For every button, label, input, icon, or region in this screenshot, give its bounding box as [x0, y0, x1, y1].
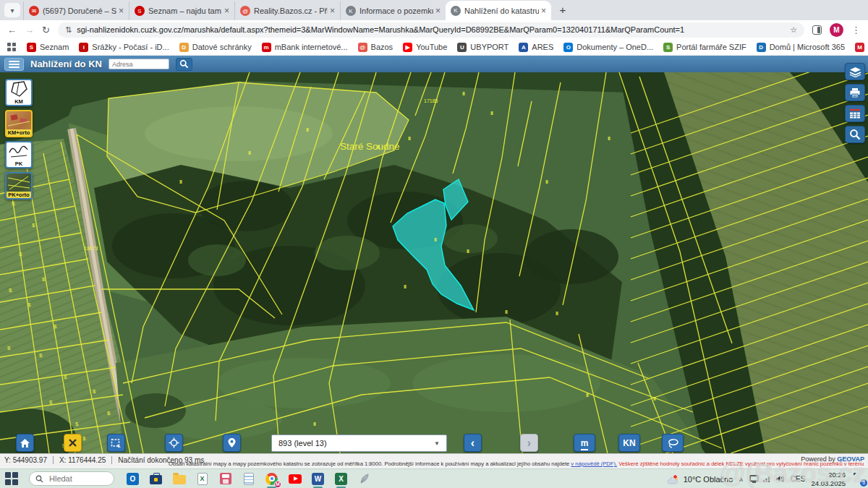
- layers-button[interactable]: [845, 63, 865, 80]
- address-search-input[interactable]: [109, 59, 169, 69]
- tab-nahlizeni-active[interactable]: K Nahlížení do katastru nemovit ×: [446, 1, 551, 20]
- map-viewport[interactable]: Staré Soudné 17185 18673 ‖‖ ‖‖ ‖‖ ‖‖ ‖‖ …: [0, 72, 868, 453]
- bookmark-moneta[interactable]: MMONETA: [850, 43, 868, 52]
- measure-icon: m: [581, 438, 589, 448]
- clear-selection-button[interactable]: [64, 434, 82, 452]
- quill-notes-icon[interactable]: [357, 472, 371, 486]
- close-icon[interactable]: ×: [435, 6, 441, 16]
- history-back-button[interactable]: ‹: [464, 434, 482, 452]
- menu-kebab-icon[interactable]: ⋮: [851, 25, 861, 35]
- url-field[interactable]: ⇅ sgi-nahlizenidokn.cuzk.gov.cz/marushka…: [58, 22, 804, 38]
- side-panel-icon[interactable]: [812, 25, 822, 35]
- taskbar-search[interactable]: [29, 471, 114, 486]
- reload-icon[interactable]: ↻: [42, 25, 50, 35]
- tab-info-pozemek[interactable]: K Informace o pozemku | Nahlíž ×: [340, 1, 446, 20]
- bookmark-ubyport[interactable]: UUBYPORT: [452, 43, 514, 52]
- bookmark-onedrive[interactable]: ODokumenty – OneD...: [558, 43, 658, 52]
- search-icon: [849, 129, 861, 140]
- bookmark-datove-schranky[interactable]: DDatové schránky: [174, 43, 257, 52]
- help-pdf-link[interactable]: v nápovědě (PDF).: [571, 461, 617, 467]
- taskbar-search-input[interactable]: [48, 474, 101, 484]
- close-icon[interactable]: ×: [119, 6, 124, 16]
- word-icon[interactable]: W: [311, 472, 325, 486]
- site-info-icon[interactable]: ⇅: [65, 25, 72, 35]
- zoom-rectangle-button[interactable]: [107, 434, 125, 452]
- bookmark-label: Seznam: [40, 43, 69, 51]
- center-locate-button[interactable]: [165, 434, 183, 452]
- search-button[interactable]: [176, 58, 192, 71]
- start-button[interactable]: [4, 471, 19, 486]
- select-rect-icon: [111, 438, 122, 448]
- bookmark-srazky[interactable]: iSrážky - Počasí - iD...: [74, 43, 174, 52]
- back-icon[interactable]: ←: [7, 25, 17, 35]
- bookmark-ares[interactable]: AARES: [514, 43, 558, 52]
- tab-seznam-email[interactable]: ✉ (5697) Doručené – Seznam Ema ×: [23, 1, 129, 20]
- close-icon[interactable]: ×: [541, 6, 546, 16]
- close-icon[interactable]: ×: [224, 6, 229, 16]
- close-icon[interactable]: ×: [330, 6, 335, 16]
- layer-button-pk[interactable]: PK: [5, 141, 33, 168]
- bookmark-youtube[interactable]: ▶YouTube: [398, 43, 452, 52]
- bookmark-star-icon[interactable]: ☆: [790, 25, 797, 35]
- chevron-left-icon: ‹: [471, 437, 475, 449]
- tab-seznam[interactable]: S Seznam – najdu tam, co nezná ×: [129, 1, 234, 20]
- bookmark-mbank[interactable]: mmBank internetové...: [257, 43, 353, 52]
- svg-text:‖: ‖: [248, 150, 251, 156]
- document-app-icon[interactable]: [242, 472, 255, 486]
- briefcase-app-icon[interactable]: [149, 472, 163, 486]
- keyboard-layout[interactable]: CES: [791, 475, 806, 483]
- new-tab-button[interactable]: +: [554, 1, 571, 18]
- svg-text:$: $: [9, 287, 12, 294]
- svg-text:$: $: [93, 388, 96, 395]
- kn-info-button[interactable]: KN: [618, 434, 640, 452]
- bookmark-seznam[interactable]: SSeznam: [22, 43, 74, 52]
- forward-icon[interactable]: →: [25, 25, 34, 35]
- bookmarks-bar: SSeznam iSrážky - Počasí - iD... DDatové…: [0, 39, 868, 56]
- hamburger-menu-icon[interactable]: [4, 58, 24, 71]
- tab-bazos[interactable]: @ Reality.Bazos.cz - Přidat inzerá ×: [234, 1, 340, 20]
- file-explorer-icon[interactable]: [172, 472, 186, 486]
- zoom-level-select[interactable]: 893 (level 13) ▼: [271, 435, 447, 452]
- favicon: m: [262, 43, 271, 52]
- chrome-icon[interactable]: M: [265, 472, 278, 486]
- lasso-icon: [667, 438, 679, 448]
- parcel-number: 17185: [424, 98, 438, 103]
- weather-widget[interactable]: 10°C Oblačno: [667, 474, 733, 484]
- aerial-map[interactable]: Staré Soudné 17185 18673 ‖‖ ‖‖ ‖‖ ‖‖ ‖‖ …: [0, 72, 868, 453]
- layer-button-km[interactable]: KM: [5, 79, 33, 106]
- taskbar-clock[interactable]: 20:26 24.03.2025: [811, 471, 846, 487]
- device-icon[interactable]: [749, 475, 759, 483]
- tab-search-chevron-icon[interactable]: ▾: [4, 3, 20, 17]
- youtube-icon[interactable]: [288, 472, 302, 486]
- spreadsheet-viewer-icon[interactable]: X: [195, 472, 209, 486]
- bookmark-m365[interactable]: DDomů | Microsoft 365: [752, 43, 850, 52]
- apps-grid-icon[interactable]: [7, 43, 16, 51]
- point-select-button[interactable]: [223, 434, 241, 452]
- url-text[interactable]: sgi-nahlizenidokn.cuzk.gov.cz/marushka/d…: [77, 25, 785, 34]
- notifications-button[interactable]: 3: [851, 474, 864, 485]
- map-pin-icon: [227, 437, 237, 448]
- tray-chevron-icon[interactable]: ∧: [739, 476, 744, 483]
- map-search-button[interactable]: [845, 126, 865, 143]
- status-bar: Y: 544903.97 X: 1176444.25 Načítání doko…: [0, 453, 868, 468]
- svg-text:‖: ‖: [408, 135, 411, 142]
- print-button[interactable]: [845, 84, 865, 101]
- bookmark-bazos[interactable]: @Bazos: [353, 43, 399, 52]
- favicon: D: [757, 43, 766, 52]
- tab-favicon: ✉: [29, 6, 39, 16]
- network-icon[interactable]: [762, 475, 772, 483]
- speaker-icon[interactable]: [775, 475, 785, 483]
- outlook-app-icon[interactable]: O: [126, 472, 140, 486]
- measure-button[interactable]: m: [574, 434, 595, 452]
- excel-icon[interactable]: X: [334, 472, 348, 486]
- map-side-tools: [845, 63, 865, 143]
- bookmark-szif[interactable]: SPortál farmáře SZIF: [658, 43, 752, 52]
- layer-button-km-orto[interactable]: KM+orto: [5, 110, 33, 137]
- history-forward-button[interactable]: ›: [520, 434, 538, 452]
- legend-scale-button[interactable]: [845, 105, 865, 122]
- home-button[interactable]: [16, 434, 34, 452]
- profile-avatar[interactable]: M: [830, 23, 843, 37]
- lasso-select-button[interactable]: [662, 434, 684, 452]
- layer-button-pk-orto[interactable]: PK+orto: [5, 172, 33, 200]
- tab-title: Nahlížení do katastru nemovit: [464, 7, 539, 15]
